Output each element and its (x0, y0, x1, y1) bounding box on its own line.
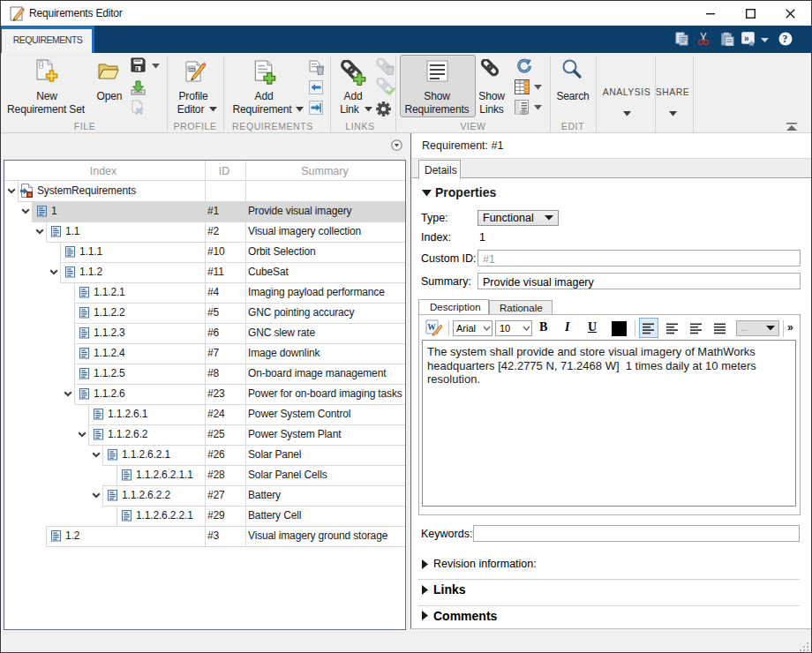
svg-text:»: » (744, 34, 749, 43)
svg-text:W: W (427, 323, 436, 332)
svg-text:?: ? (783, 34, 788, 44)
svg-text:123: 123 (189, 68, 196, 72)
